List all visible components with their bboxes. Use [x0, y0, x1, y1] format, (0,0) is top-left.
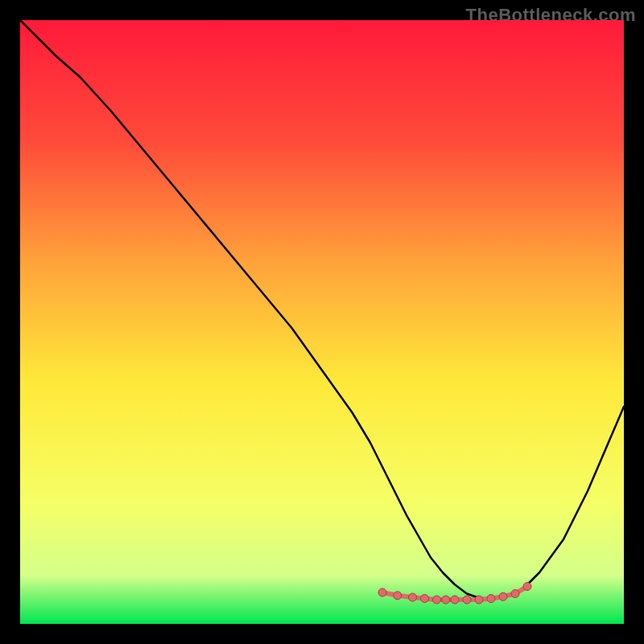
highlight-dot: [463, 596, 471, 604]
highlight-dot: [433, 596, 441, 604]
highlight-dot: [511, 590, 519, 598]
highlight-dot: [421, 595, 429, 603]
highlight-dot: [378, 588, 386, 597]
highlight-dot: [442, 596, 450, 604]
highlight-dot: [394, 592, 402, 600]
highlight-dot: [409, 593, 417, 601]
highlight-dot: [487, 595, 495, 603]
highlight-dot: [451, 596, 459, 604]
chart-svg: [20, 20, 624, 624]
bottleneck-plot: [20, 20, 624, 624]
highlight-dot: [499, 592, 507, 601]
highlight-dot: [475, 596, 483, 604]
highlight-dot: [523, 583, 531, 591]
chart-container: TheBottleneck.com: [0, 0, 644, 644]
